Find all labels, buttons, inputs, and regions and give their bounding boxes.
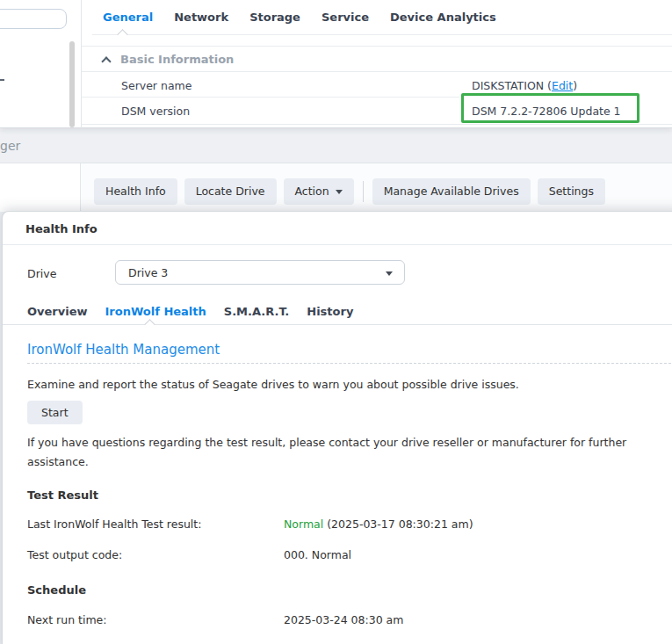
active-tab-notch	[144, 319, 155, 330]
storage-manager-toolbar: Health Info Locate Drive Action Manage A…	[94, 178, 605, 205]
tab-device-analytics[interactable]: Device Analytics	[390, 11, 496, 24]
tab-storage[interactable]: Storage	[249, 11, 300, 24]
health-info-dialog: Health Info Drive Drive 3 Overview IronW…	[2, 211, 672, 644]
toolbar-separator	[363, 181, 364, 202]
row-divider	[82, 124, 672, 125]
health-info-button-label: Health Info	[105, 178, 166, 205]
tab-service[interactable]: Service	[322, 11, 369, 24]
drive-select[interactable]: Drive 3	[115, 260, 405, 285]
tab-network[interactable]: Network	[174, 11, 228, 24]
dashed-divider	[27, 363, 672, 364]
screen: General Network Storage Service Device A…	[0, 0, 672, 644]
row-divider	[82, 71, 672, 72]
cropped-text-fragment	[0, 79, 4, 81]
panel-divider	[81, 0, 82, 128]
tab-history[interactable]: History	[307, 305, 353, 318]
server-name-text: DISKSTATION (	[472, 79, 552, 92]
locate-drive-button[interactable]: Locate Drive	[184, 178, 277, 205]
manage-available-drives-button[interactable]: Manage Available Drives	[372, 178, 531, 205]
chevron-down-icon	[336, 190, 343, 194]
description-text: Examine and report the status of Seagate…	[27, 375, 519, 394]
section-top-line	[82, 46, 672, 47]
test-output-code-label: Test output code:	[27, 548, 122, 561]
action-button-label: Action	[295, 178, 329, 205]
server-name-suffix: )	[573, 79, 577, 92]
tab-ironwolf-health[interactable]: IronWolf Health	[105, 305, 206, 318]
locate-drive-button-label: Locate Drive	[196, 178, 265, 205]
drive-select-value: Drive 3	[128, 266, 168, 279]
row-divider	[82, 97, 459, 98]
server-name-label: Server name	[121, 79, 191, 92]
tab-general[interactable]: General	[103, 11, 153, 24]
chevron-down-icon	[386, 271, 393, 276]
next-run-time-value: 2025-03-24 08:30 am	[284, 613, 403, 626]
last-test-result-value: Normal (2025-03-17 08:30:21 am)	[284, 517, 473, 531]
status-badge: Normal	[284, 517, 323, 531]
active-tab-notch	[117, 29, 128, 40]
search-input[interactable]	[0, 9, 67, 29]
tab-underline	[92, 34, 672, 35]
next-run-time-label: Next run time:	[27, 613, 107, 626]
scrollbar-thumb[interactable]	[69, 41, 75, 127]
tab-overview[interactable]: Overview	[27, 305, 88, 318]
dialog-tab-underline	[3, 324, 672, 325]
dsm-version-value: DSM 7.2.2-72806 Update 1	[472, 105, 621, 118]
health-info-button[interactable]: Health Info	[94, 178, 177, 205]
status-timestamp: (2025-03-17 08:30:21 am)	[323, 517, 473, 531]
ironwolf-health-management-heading: IronWolf Health Management	[27, 342, 220, 358]
settings-button[interactable]: Settings	[538, 178, 605, 205]
last-test-result-label: Last IronWolf Health Test result:	[27, 517, 201, 531]
drive-label: Drive	[27, 267, 56, 280]
basic-information-heading[interactable]: Basic Information	[120, 53, 234, 66]
test-result-heading: Test Result	[27, 488, 98, 502]
dialog-tabs: Overview IronWolf Health S.M.A.R.T. Hist…	[27, 305, 353, 318]
note-text: If you have questions regarding the test…	[27, 433, 672, 472]
dialog-header: Health Info	[3, 212, 672, 245]
control-panel-tabs: General Network Storage Service Device A…	[103, 11, 496, 24]
tab-smart[interactable]: S.M.A.R.T.	[224, 305, 289, 318]
manage-available-drives-label: Manage Available Drives	[384, 178, 519, 205]
server-name-value: DISKSTATION (Edit)	[472, 79, 577, 92]
edit-link[interactable]: Edit	[552, 79, 573, 92]
settings-button-label: Settings	[549, 178, 594, 205]
storage-manager-window: Health Info Locate Drive Action Manage A…	[0, 163, 672, 211]
action-dropdown-button[interactable]: Action	[284, 178, 354, 205]
start-button[interactable]: Start	[27, 401, 83, 424]
dialog-title: Health Info	[25, 222, 98, 235]
collapse-chevron-icon[interactable]	[101, 56, 111, 66]
control-panel-window: General Network Storage Service Device A…	[0, 0, 672, 128]
storage-manager-left-panel	[0, 163, 81, 212]
storage-manager-title-fragment: ger	[0, 139, 20, 153]
dsm-version-label: DSM version	[121, 105, 190, 118]
test-output-code-value: 000. Normal	[284, 548, 351, 561]
schedule-heading: Schedule	[27, 583, 86, 597]
